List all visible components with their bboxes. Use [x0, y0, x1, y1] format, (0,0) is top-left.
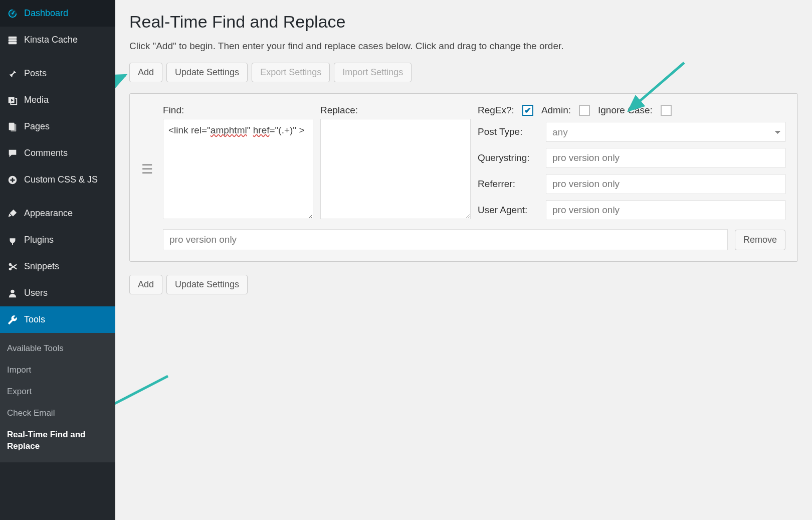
- user-icon: [7, 288, 18, 299]
- querystring-input: [546, 148, 785, 168]
- server-icon: [7, 35, 18, 46]
- sidebar-item-snippets[interactable]: Snippets: [0, 253, 115, 280]
- export-settings-button[interactable]: Export Settings: [252, 63, 330, 82]
- svg-line-16: [115, 376, 168, 414]
- sidebar-item-label: Snippets: [24, 261, 59, 272]
- pin-icon: [7, 68, 18, 79]
- rule-row: ☰ Find: <link rel="amphtml" href="(.+)" …: [138, 105, 785, 220]
- sidebar-subitem-import[interactable]: Import: [0, 360, 115, 381]
- find-textarea[interactable]: <link rel="amphtml" href="(.+)" >: [163, 119, 313, 219]
- brush-icon: [7, 208, 18, 219]
- sidebar-item-posts[interactable]: Posts: [0, 60, 115, 87]
- rule-panel: ☰ Find: <link rel="amphtml" href="(.+)" …: [129, 93, 798, 262]
- import-settings-button[interactable]: Import Settings: [334, 63, 412, 82]
- sidebar-main-menu: DashboardKinsta CachePostsMediaPagesComm…: [0, 0, 115, 333]
- sidebar-item-media[interactable]: Media: [0, 87, 115, 113]
- plus-circle-icon: [7, 175, 18, 186]
- find-label: Find:: [163, 105, 313, 116]
- add-button-bottom[interactable]: Add: [129, 275, 162, 294]
- remove-button[interactable]: Remove: [735, 230, 785, 250]
- main-content: Real-Time Find and Replace Click "Add" t…: [115, 0, 812, 520]
- update-settings-button[interactable]: Update Settings: [166, 63, 248, 82]
- sidebar-item-label: Tools: [24, 314, 45, 325]
- sidebar-item-dashboard[interactable]: Dashboard: [0, 0, 115, 27]
- page-icon: [7, 121, 18, 132]
- gauge-icon: [7, 8, 18, 19]
- media-icon: [7, 95, 18, 106]
- find-column: Find: <link rel="amphtml" href="(.+)" >: [163, 105, 313, 220]
- admin-checkbox[interactable]: ✔: [579, 105, 590, 116]
- update-settings-button-bottom[interactable]: Update Settings: [166, 275, 248, 294]
- sidebar-item-label: Posts: [24, 68, 47, 79]
- ignorecase-label: Ignore Case:: [598, 105, 653, 116]
- sidebar-item-label: Users: [24, 288, 48, 298]
- sidebar-item-label: Plugins: [24, 235, 54, 245]
- options-column: RegEx?: ✔ Admin: ✔ Ignore Case: ✔ Post T…: [478, 105, 785, 220]
- sidebar-item-appearance[interactable]: Appearance: [0, 200, 115, 227]
- regex-label: RegEx?:: [478, 105, 514, 116]
- querystring-label: Querystring:: [478, 152, 543, 163]
- admin-sidebar: DashboardKinsta CachePostsMediaPagesComm…: [0, 0, 115, 520]
- toolbar-bottom: Add Update Settings: [129, 275, 798, 294]
- sidebar-item-custom-css[interactable]: Custom CSS & JS: [0, 166, 115, 193]
- sidebar-item-plugins[interactable]: Plugins: [0, 227, 115, 253]
- sidebar-subitem-available-tools[interactable]: Available Tools: [0, 338, 115, 360]
- scissors-icon: [7, 261, 18, 272]
- checkbox-row: RegEx?: ✔ Admin: ✔ Ignore Case: ✔: [478, 105, 785, 116]
- regex-checkbox[interactable]: ✔: [522, 105, 533, 116]
- sidebar-item-label: Appearance: [24, 208, 73, 219]
- sidebar-item-label: Custom CSS & JS: [24, 175, 98, 185]
- comment-icon: [7, 148, 18, 159]
- sidebar-item-comments[interactable]: Comments: [0, 140, 115, 166]
- posttype-label: Post Type:: [478, 126, 543, 137]
- sidebar-item-users[interactable]: Users: [0, 280, 115, 306]
- posttype-select[interactable]: any: [546, 122, 785, 142]
- sidebar-subitem-export[interactable]: Export: [0, 381, 115, 403]
- sidebar-subitem-check-email[interactable]: Check Email: [0, 403, 115, 424]
- sidebar-item-pages[interactable]: Pages: [0, 113, 115, 140]
- sidebar-item-tools[interactable]: Tools: [0, 306, 115, 333]
- sidebar-subitem-rtfr[interactable]: Real-Time Find and Replace: [0, 424, 115, 457]
- ignorecase-checkbox[interactable]: ✔: [661, 105, 672, 116]
- sidebar-item-label: Pages: [24, 121, 50, 132]
- referrer-input: [546, 174, 785, 194]
- drag-handle-icon[interactable]: ☰: [138, 105, 156, 220]
- rule-bottom-row: Remove: [163, 229, 785, 250]
- referrer-label: Referrer:: [478, 179, 543, 190]
- page-instructions: Click "Add" to begin. Then enter your fi…: [129, 41, 798, 52]
- sidebar-item-label: Dashboard: [24, 8, 68, 19]
- useragent-label: User Agent:: [478, 205, 543, 216]
- admin-label: Admin:: [541, 105, 571, 116]
- sidebar-item-label: Media: [24, 95, 49, 105]
- page-title: Real-Time Find and Replace: [129, 12, 798, 32]
- replace-textarea[interactable]: [320, 119, 471, 219]
- sidebar-item-kinsta-cache[interactable]: Kinsta Cache: [0, 27, 115, 53]
- wrench-icon: [7, 314, 18, 325]
- plug-icon: [7, 235, 18, 246]
- pro-note-input: [163, 229, 728, 250]
- svg-line-14: [115, 75, 125, 100]
- useragent-input: [546, 200, 785, 220]
- replace-label: Replace:: [320, 105, 471, 116]
- sidebar-item-label: Kinsta Cache: [24, 35, 78, 45]
- replace-column: Replace:: [320, 105, 471, 220]
- annotation-arrow-icon: [115, 371, 178, 421]
- sidebar-submenu: Available ToolsImportExportCheck EmailRe…: [0, 333, 115, 462]
- toolbar-top: Add Update Settings Export Settings Impo…: [129, 63, 798, 82]
- sidebar-item-label: Comments: [24, 148, 68, 158]
- add-button[interactable]: Add: [129, 63, 162, 82]
